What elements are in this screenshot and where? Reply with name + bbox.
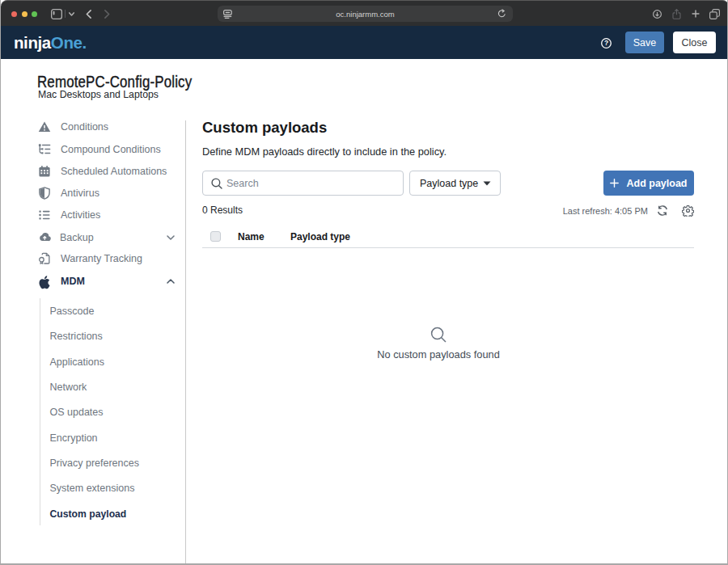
svg-text:?: ? — [604, 39, 608, 47]
